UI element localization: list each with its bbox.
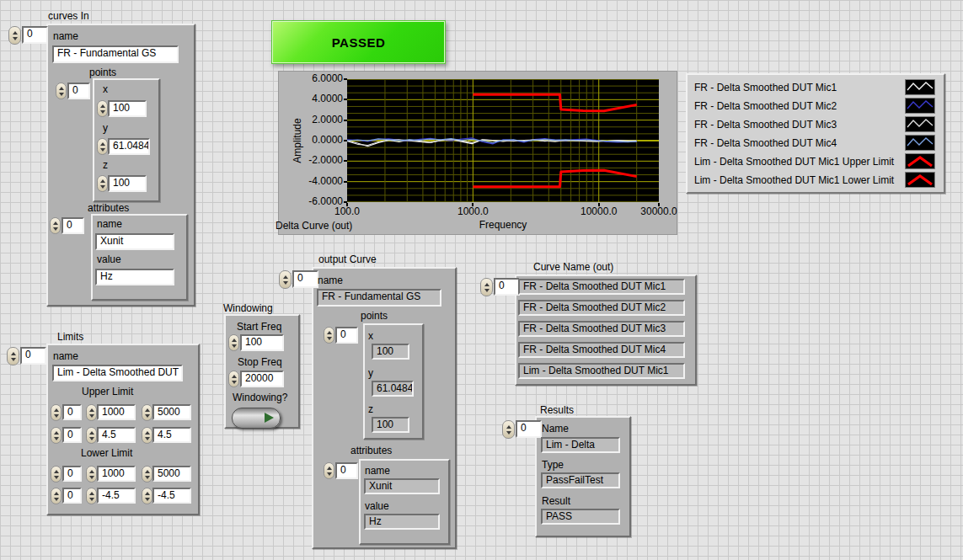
passed-indicator[interactable]: PASSED bbox=[271, 20, 446, 64]
output-curve-index-spinner[interactable] bbox=[279, 270, 292, 289]
legend-item-1[interactable]: FR - Delta Smoothed DUT Mic2 bbox=[694, 97, 837, 115]
lower-val2-field[interactable]: -4.5 bbox=[152, 488, 191, 504]
upper-freq-index-field[interactable]: 0 bbox=[62, 404, 82, 420]
legend-line-glyph bbox=[907, 138, 933, 146]
upper-freq1-field[interactable]: 1000 bbox=[97, 404, 136, 420]
start-freq-field[interactable]: 100 bbox=[240, 334, 284, 351]
y-tick-mark bbox=[344, 78, 347, 80]
curves-in-attributes-index-spinner[interactable] bbox=[50, 217, 61, 234]
upper-val-index-field[interactable]: 0 bbox=[62, 427, 82, 443]
output-curve-z-label: z bbox=[368, 403, 373, 415]
curves-in-z-spinner[interactable] bbox=[97, 175, 108, 192]
curve-name-out-item: FR - Delta Smoothed DUT Mic2 bbox=[518, 300, 685, 316]
legend-swatch-icon[interactable] bbox=[905, 153, 935, 169]
curves-in-attributes-index-field[interactable]: 0 bbox=[62, 217, 84, 234]
y-tick-mark bbox=[344, 140, 347, 141]
graph-plot-area[interactable] bbox=[347, 79, 659, 202]
upper-val1-field[interactable]: 4.5 bbox=[97, 427, 136, 443]
curves-in-attr-name-label: name bbox=[97, 218, 122, 230]
curves-in-name-field[interactable]: FR - Fundamental GS bbox=[52, 45, 179, 63]
curve-name-out-item: FR - Delta Smoothed DUT Mic1 bbox=[518, 279, 685, 295]
lower-freq1-spinner[interactable] bbox=[86, 466, 97, 483]
curve-name-out-index-spinner[interactable] bbox=[480, 278, 493, 296]
lower-freq-index-field[interactable]: 0 bbox=[62, 466, 82, 482]
graph-x-axis-label: Frequency bbox=[347, 219, 659, 231]
legend-item-5[interactable]: Lim - Delta Smoothed DUT Mic1 Lower Limi… bbox=[694, 171, 894, 189]
upper-freq1-spinner[interactable] bbox=[86, 404, 97, 421]
curves-in-index-spinner[interactable] bbox=[8, 26, 21, 45]
lower-val-index-field[interactable]: 0 bbox=[62, 488, 82, 504]
legend-item-4[interactable]: Lim - Delta Smoothed DUT Mic1 Upper Limi… bbox=[694, 152, 894, 171]
curves-in-y-spinner[interactable] bbox=[97, 138, 108, 155]
curves-in-points-index-spinner[interactable] bbox=[56, 83, 67, 99]
legend-swatch-icon[interactable] bbox=[905, 135, 935, 151]
upper-val2-field[interactable]: 4.5 bbox=[152, 427, 191, 443]
results-label: Results bbox=[540, 404, 574, 416]
legend-swatch-icon[interactable] bbox=[905, 172, 935, 188]
lower-val1-field[interactable]: -4.5 bbox=[97, 488, 136, 504]
legend-swatch-icon[interactable] bbox=[905, 79, 935, 95]
stop-freq-spinner[interactable] bbox=[228, 371, 239, 387]
curves-in-name-label: name bbox=[53, 30, 78, 42]
legend-item-3[interactable]: FR - Delta Smoothed DUT Mic4 bbox=[694, 134, 837, 152]
output-curve-attributes-index-spinner[interactable] bbox=[324, 462, 334, 479]
x-tick-label: 10000.0 bbox=[574, 206, 624, 217]
output-curve-points-index-field[interactable]: 0 bbox=[335, 327, 358, 344]
windowing-label: Windowing bbox=[223, 302, 273, 314]
legend-line-glyph bbox=[907, 101, 933, 109]
upper-freq-index-spinner[interactable] bbox=[51, 404, 62, 421]
x-tick-label: 100.0 bbox=[322, 206, 372, 217]
curve-name-out-item: FR - Delta Smoothed DUT Mic3 bbox=[518, 321, 685, 337]
delta-curve-graph: Amplitude Frequency Delta Curve (out) 6.… bbox=[278, 71, 677, 235]
x-tick-mark bbox=[346, 203, 348, 206]
x-tick-label: 1000.0 bbox=[447, 206, 498, 217]
results-name-field: Lim - Delta bbox=[541, 437, 620, 453]
upper-val2-spinner[interactable] bbox=[142, 427, 152, 444]
legend-swatch-icon[interactable] bbox=[905, 116, 935, 132]
output-curve-points-index-spinner[interactable] bbox=[324, 327, 334, 344]
limits-index-spinner[interactable] bbox=[7, 347, 19, 365]
lower-freq2-spinner[interactable] bbox=[142, 466, 152, 483]
legend-item-0[interactable]: FR - Delta Smoothed DUT Mic1 bbox=[694, 78, 837, 97]
curves-in-attributes-label: attributes bbox=[88, 202, 129, 214]
curves-in-attr-name-field[interactable]: Xunit bbox=[95, 233, 174, 250]
legend-item-2[interactable]: FR - Delta Smoothed DUT Mic3 bbox=[694, 115, 837, 134]
curves-in-y-field[interactable]: 61.0484 bbox=[108, 138, 150, 155]
curve-name-out-index-field[interactable]: 0 bbox=[494, 278, 520, 296]
limits-index-field[interactable]: 0 bbox=[20, 347, 46, 365]
results-index-field[interactable]: 0 bbox=[516, 420, 542, 438]
stop-freq-field[interactable]: 20000 bbox=[240, 371, 284, 387]
output-curve-attributes-label: attributes bbox=[350, 445, 392, 456]
output-curve-z-field: 100 bbox=[372, 417, 409, 433]
upper-freq2-field[interactable]: 5000 bbox=[152, 404, 191, 420]
upper-val-index-spinner[interactable] bbox=[51, 427, 62, 444]
output-curve-index-field[interactable]: 0 bbox=[292, 270, 318, 288]
legend-swatch-icon[interactable] bbox=[905, 98, 935, 114]
results-name-label: Name bbox=[542, 423, 569, 435]
lower-freq-index-spinner[interactable] bbox=[51, 466, 62, 483]
windowing-toggle-switch[interactable] bbox=[232, 408, 281, 429]
legend-line-glyph bbox=[907, 83, 933, 90]
curves-in-x-spinner[interactable] bbox=[97, 100, 108, 117]
x-tick-mark bbox=[598, 203, 600, 206]
results-index-spinner[interactable] bbox=[502, 420, 515, 439]
curves-in-x-field[interactable]: 100 bbox=[108, 100, 147, 117]
curves-in-index-field[interactable]: 0 bbox=[22, 26, 48, 44]
y-tick-mark bbox=[344, 160, 347, 162]
start-freq-spinner[interactable] bbox=[228, 334, 239, 351]
lower-freq1-field[interactable]: 1000 bbox=[97, 466, 136, 482]
curves-in-points-index-field[interactable]: 0 bbox=[67, 83, 90, 99]
limits-name-label: name bbox=[53, 350, 78, 362]
y-tick-label: -4.0000 bbox=[297, 176, 343, 187]
lower-freq2-field[interactable]: 5000 bbox=[152, 466, 191, 482]
lower-val1-spinner[interactable] bbox=[86, 488, 97, 504]
curves-in-attr-value-field[interactable]: Hz bbox=[95, 269, 174, 285]
x-tick-label: 30000.0 bbox=[634, 206, 684, 217]
limits-name-field[interactable]: Lim - Delta Smoothed DUT bbox=[52, 365, 183, 381]
lower-val-index-spinner[interactable] bbox=[51, 488, 62, 504]
upper-val1-spinner[interactable] bbox=[86, 427, 97, 444]
upper-freq2-spinner[interactable] bbox=[142, 404, 152, 421]
lower-val2-spinner[interactable] bbox=[142, 488, 152, 504]
curves-in-z-field[interactable]: 100 bbox=[108, 175, 147, 192]
output-curve-attributes-index-field[interactable]: 0 bbox=[335, 462, 358, 479]
